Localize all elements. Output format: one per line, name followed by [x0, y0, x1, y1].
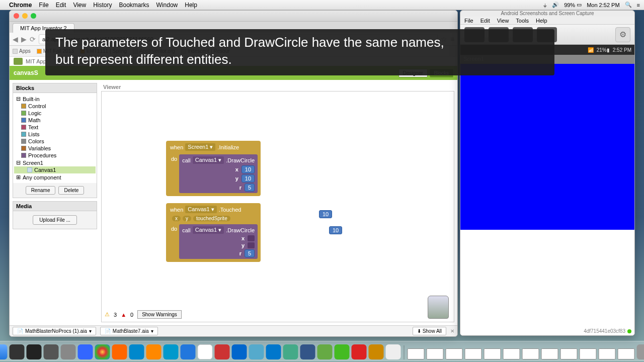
- wifi-icon[interactable]: ⏚: [543, 2, 547, 8]
- trash-icon[interactable]: [637, 344, 645, 359]
- firefox-icon[interactable]: [112, 344, 127, 359]
- component-dropdown[interactable]: Canvas1 ▾: [193, 226, 224, 234]
- reload-button[interactable]: ⟳: [30, 35, 36, 43]
- tree-category-control[interactable]: Control: [14, 103, 96, 110]
- volume-icon[interactable]: 🔊: [552, 2, 559, 8]
- battery-status[interactable]: 99% ▭: [564, 2, 582, 8]
- back-button[interactable]: ◀: [13, 35, 18, 43]
- minimized-window[interactable]: [599, 348, 616, 359]
- tool-menu-tools[interactable]: Tools: [516, 18, 529, 24]
- call-drawcircle-block[interactable]: call Canvas1 ▾ .DrawCircle x10 y10 r5: [179, 154, 258, 193]
- app-icon[interactable]: [300, 344, 315, 359]
- download-item[interactable]: 📄 MathBlasterNoProcs (1).aia ▾: [13, 327, 96, 335]
- spotlight-icon[interactable]: 🔍: [625, 2, 632, 8]
- app-icon[interactable]: [44, 344, 59, 359]
- app-icon[interactable]: [146, 344, 162, 359]
- number-block[interactable]: 10: [242, 165, 255, 173]
- tool-menu-edit[interactable]: Edit: [480, 18, 490, 24]
- show-all-downloads-button[interactable]: ⬇ Show All: [413, 327, 446, 335]
- app-icon[interactable]: [266, 344, 281, 359]
- param-x[interactable]: x: [172, 216, 181, 221]
- minimized-window[interactable]: [484, 348, 501, 359]
- mail-icon[interactable]: [181, 344, 196, 359]
- itunes-icon[interactable]: [249, 344, 264, 359]
- app-icon[interactable]: [232, 344, 247, 359]
- menu-window[interactable]: Window: [156, 2, 178, 9]
- close-window-button[interactable]: [14, 13, 19, 19]
- minimized-window[interactable]: [541, 348, 558, 359]
- number-block[interactable]: 10: [242, 174, 255, 183]
- app-icon[interactable]: [61, 344, 76, 359]
- component-dropdown[interactable]: Canvas1 ▾: [185, 206, 216, 213]
- menu-history[interactable]: History: [93, 2, 112, 9]
- tree-category-text[interactable]: Text: [14, 124, 96, 131]
- forward-button[interactable]: ▶: [21, 35, 27, 43]
- tree-category-math[interactable]: Math: [14, 117, 96, 124]
- param-touchedsprite[interactable]: touchedSprite: [193, 216, 230, 221]
- tool-menu-view[interactable]: View: [497, 18, 509, 24]
- app-icon[interactable]: [317, 344, 333, 359]
- minimized-window[interactable]: [408, 348, 425, 359]
- terminal-icon[interactable]: [27, 344, 42, 359]
- app-icon[interactable]: [129, 344, 144, 359]
- param-y[interactable]: y: [183, 216, 191, 221]
- tree-category-variables[interactable]: Variables: [14, 145, 96, 152]
- menu-bookmarks[interactable]: Bookmarks: [119, 2, 149, 9]
- tree-screen1[interactable]: ⊟Screen1: [14, 159, 96, 166]
- safari-icon[interactable]: [78, 344, 93, 359]
- trash-icon[interactable]: [428, 296, 449, 319]
- app-icon[interactable]: [283, 344, 298, 359]
- app-icon[interactable]: [164, 344, 179, 359]
- menu-help[interactable]: Help: [185, 2, 197, 9]
- tool-menu-file[interactable]: File: [464, 18, 473, 24]
- menu-view[interactable]: View: [73, 2, 86, 9]
- tree-canvas1[interactable]: Canvas1: [14, 166, 96, 173]
- close-downloads-bar[interactable]: ✕: [450, 328, 454, 334]
- number-block[interactable]: 5: [245, 184, 255, 192]
- app-icon[interactable]: [215, 344, 230, 359]
- component-dropdown[interactable]: Screen1 ▾: [185, 143, 215, 151]
- upload-file-button[interactable]: Upload File ...: [33, 215, 77, 225]
- app-icon[interactable]: [352, 344, 367, 359]
- menu-app[interactable]: Chrome: [9, 2, 32, 9]
- zoom-window-button[interactable]: [31, 13, 36, 19]
- apps-shortcut[interactable]: Apps: [13, 48, 31, 54]
- tree-category-lists[interactable]: Lists: [14, 131, 96, 138]
- component-dropdown[interactable]: Canvas1 ▾: [193, 156, 224, 164]
- when-initialize-block[interactable]: when Screen1 ▾ .Initialize do call Canva…: [166, 141, 261, 196]
- tree-category-logic[interactable]: Logic: [14, 110, 96, 117]
- app-icon[interactable]: [386, 344, 401, 359]
- download-item[interactable]: 📄 MathBlaste7.aia ▾: [100, 327, 158, 335]
- blocks-viewer[interactable]: when Screen1 ▾ .Initialize do call Canva…: [101, 91, 454, 322]
- menu-edit[interactable]: Edit: [56, 2, 66, 9]
- minimized-window[interactable]: [618, 348, 635, 359]
- clock[interactable]: Mon 2:52 PM: [587, 2, 619, 8]
- call-drawcircle-block[interactable]: call Canvas1 ▾ .DrawCircle x y r5: [179, 224, 258, 259]
- app-icon[interactable]: [10, 344, 25, 359]
- tree-category-colors[interactable]: Colors: [14, 138, 96, 145]
- delete-button[interactable]: Delete: [58, 186, 84, 195]
- chrome-icon[interactable]: [95, 344, 110, 359]
- minimize-window-button[interactable]: [22, 13, 28, 19]
- minimized-window[interactable]: [427, 348, 444, 359]
- java-icon[interactable]: [369, 344, 384, 359]
- number-block-loose[interactable]: 10: [329, 226, 342, 234]
- minimized-window[interactable]: [465, 348, 482, 359]
- notification-icon[interactable]: ≡: [637, 2, 640, 8]
- number-block-loose[interactable]: 10: [319, 210, 332, 218]
- app-icon[interactable]: [335, 344, 350, 359]
- rename-button[interactable]: Rename: [26, 186, 56, 195]
- when-touched-block[interactable]: when Canvas1 ▾ .Touched x y touchedSprit…: [166, 203, 261, 262]
- menu-file[interactable]: File: [39, 2, 48, 9]
- tool-menu-help[interactable]: Help: [536, 18, 547, 24]
- tree-category-procedures[interactable]: Procedures: [14, 152, 96, 159]
- settings-gear-icon[interactable]: ⚙: [615, 27, 630, 42]
- number-block[interactable]: 5: [245, 249, 255, 257]
- tree-builtin[interactable]: ⊟Built-in: [14, 95, 96, 103]
- minimized-window[interactable]: [522, 348, 539, 359]
- minimized-window[interactable]: [503, 348, 520, 359]
- minimized-window[interactable]: [580, 348, 597, 359]
- minimized-window[interactable]: [560, 348, 578, 359]
- finder-icon[interactable]: [0, 344, 8, 359]
- minimized-window[interactable]: [446, 348, 463, 359]
